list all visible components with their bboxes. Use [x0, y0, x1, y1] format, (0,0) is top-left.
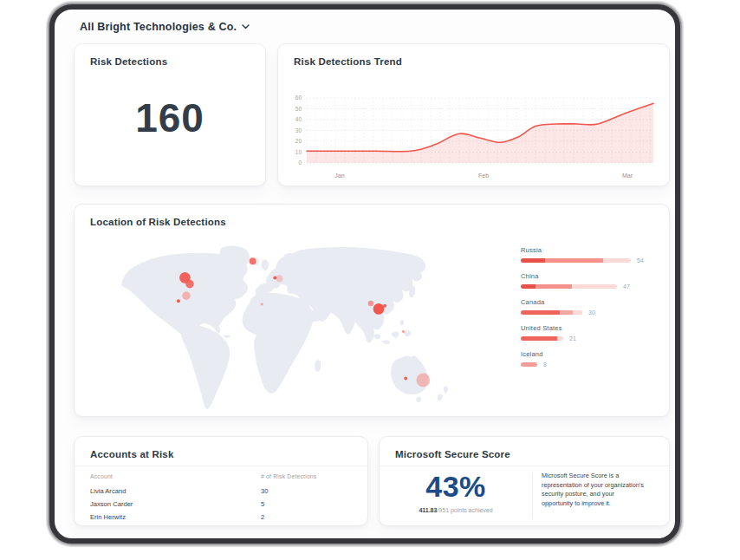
risk-location-dot: [373, 303, 385, 315]
dashboard-canvas: All Bright Technologies & Co. Risk Detec…: [49, 4, 680, 544]
account-name: Jaxson Carder: [90, 500, 261, 508]
table-row: Erin Herwitz2: [90, 511, 352, 524]
svg-text:60: 60: [295, 94, 302, 101]
country-label: Iceland: [521, 350, 666, 358]
risk-location-dot: [416, 373, 430, 387]
secure-score-percent: 43%: [380, 470, 532, 504]
svg-text:10: 10: [295, 149, 302, 155]
accounts-table-body: Livia Arcand30Jaxson Carder5Erin Herwitz…: [90, 485, 352, 524]
detection-count: 5: [261, 500, 264, 508]
trend-area-chart: 0102030405060JanFebMar: [284, 91, 662, 181]
country-value: 30: [588, 309, 595, 316]
chevron-down-icon: [242, 24, 250, 29]
column-detections: # of Risk Detections: [261, 473, 316, 479]
country-bar: [521, 258, 631, 263]
column-account: Account: [90, 473, 261, 479]
risk-location-dot: [261, 303, 263, 305]
detection-count: 2: [261, 513, 264, 521]
country-bar-list: Russia54China47Canada30United States21Ic…: [521, 246, 666, 376]
svg-text:20: 20: [295, 138, 302, 144]
location-card: Location of Risk Detections: [74, 204, 670, 417]
svg-text:Feb: Feb: [478, 173, 489, 179]
card-title: Risk Detections: [90, 56, 167, 67]
account-name: Erin Herwitz: [90, 513, 261, 521]
company-selector[interactable]: All Bright Technologies & Co.: [80, 21, 250, 33]
country-bar: [521, 284, 617, 289]
divider: [75, 466, 367, 466]
country-bar: [521, 310, 582, 315]
secure-score-description: Microsoft Secure Score is a representati…: [542, 472, 644, 508]
country-row: Canada30: [521, 298, 666, 316]
points-achieved: 411.83: [419, 507, 437, 513]
country-value: 47: [623, 283, 630, 290]
country-row: Russia54: [521, 246, 666, 264]
accounts-card: Accounts at Risk Account # of Risk Detec…: [74, 436, 368, 526]
risk-detections-count: 160: [75, 94, 265, 141]
risk-location-dot: [383, 304, 386, 308]
country-row: China47: [521, 272, 666, 290]
card-title: Accounts at Risk: [90, 449, 174, 459]
svg-text:0: 0: [298, 160, 302, 166]
country-label: China: [521, 272, 666, 280]
risk-trend-card: Risk Detections Trend 0102030405060JanFe…: [277, 43, 670, 186]
risk-location-dot: [177, 299, 180, 303]
divider: [380, 466, 669, 466]
risk-detections-card: Risk Detections 160: [74, 43, 266, 186]
country-value: 21: [569, 335, 576, 342]
country-label: Canada: [521, 298, 666, 306]
country-row: Iceland8: [521, 350, 666, 368]
vertical-divider: [532, 473, 533, 518]
card-title: Location of Risk Detections: [90, 217, 226, 227]
country-label: Russia: [521, 246, 666, 254]
country-value: 8: [543, 361, 547, 368]
table-row: Jaxson Carder5: [90, 498, 352, 511]
country-bar: [521, 362, 537, 367]
secure-score-card: Microsoft Secure Score 43% 411.83/951 po…: [379, 436, 670, 526]
risk-location-dot: [402, 330, 405, 333]
risk-location-dot: [404, 376, 407, 380]
table-header: Account # of Risk Detections: [90, 473, 352, 479]
detection-count: 30: [261, 487, 268, 495]
svg-text:30: 30: [295, 127, 302, 133]
country-label: United States: [521, 324, 666, 332]
secure-score-value-block: 43% 411.83/951 points achieved: [380, 470, 532, 513]
points-total: /951 points achieved: [437, 507, 492, 513]
svg-text:50: 50: [295, 106, 302, 112]
risk-location-dot: [250, 257, 256, 264]
world-map: [118, 244, 460, 414]
svg-text:40: 40: [295, 116, 302, 122]
risk-location-dot: [276, 275, 282, 282]
svg-text:Mar: Mar: [622, 173, 633, 179]
risk-location-dot: [182, 291, 190, 300]
secure-score-points: 411.83/951 points achieved: [380, 507, 532, 513]
account-name: Livia Arcand: [90, 487, 261, 495]
card-title: Risk Detections Trend: [294, 56, 402, 67]
country-row: United States21: [521, 324, 666, 342]
company-selector-label: All Bright Technologies & Co.: [80, 21, 237, 33]
card-title: Microsoft Secure Score: [395, 449, 510, 459]
svg-text:Jan: Jan: [334, 173, 344, 179]
country-bar: [521, 336, 563, 341]
risk-location-dot: [368, 301, 373, 306]
country-value: 54: [637, 257, 644, 264]
table-row: Livia Arcand30: [90, 485, 352, 498]
risk-location-dot: [185, 280, 193, 289]
